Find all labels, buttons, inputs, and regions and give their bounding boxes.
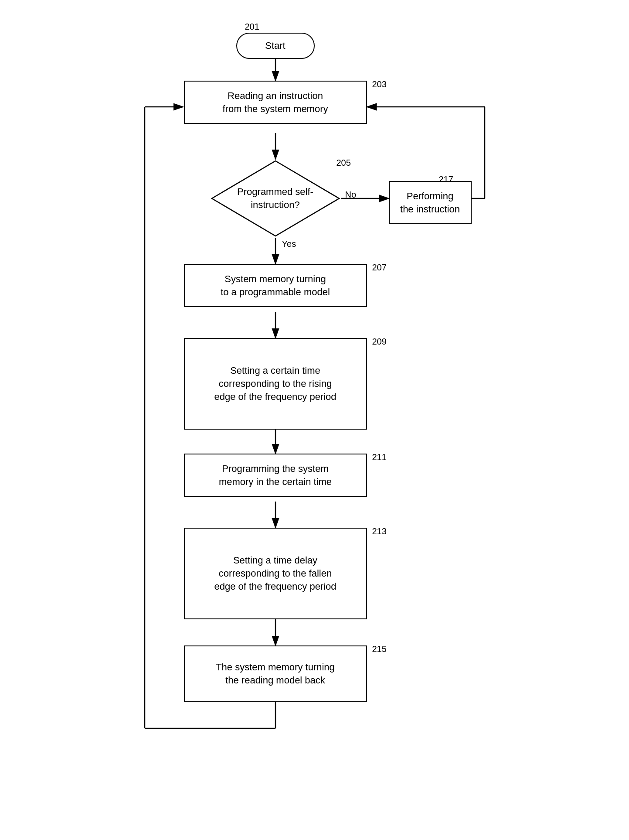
node-217: Performingthe instruction: [389, 181, 472, 224]
node-213: Setting a time delaycorresponding to the…: [184, 528, 367, 619]
node-209-label: Setting a certain timecorresponding to t…: [214, 364, 336, 403]
node-209: Setting a certain timecorresponding to t…: [184, 338, 367, 430]
no-label: No: [345, 190, 357, 200]
ref-211: 211: [372, 452, 387, 462]
ref-203: 203: [372, 79, 387, 89]
node-211-label: Programming the systemmemory in the cert…: [219, 462, 332, 488]
ref-213: 213: [372, 526, 387, 536]
flowchart-container: 201 Start 203 Reading an instructionfrom…: [119, 13, 511, 824]
ref-207: 207: [372, 263, 387, 273]
node-217-label: Performingthe instruction: [400, 190, 460, 215]
node-215: The system memory turningthe reading mod…: [184, 645, 367, 702]
node-205-text: Programmed self-instruction?: [210, 185, 341, 211]
node-203-label: Reading an instructionfrom the system me…: [222, 89, 328, 115]
start-node: Start: [236, 33, 315, 59]
ref-215: 215: [372, 644, 387, 654]
ref-201: 201: [245, 22, 259, 32]
node-207-label: System memory turningto a programmable m…: [221, 273, 330, 298]
node-205-diamond: Programmed self-instruction?: [210, 159, 341, 238]
start-label: Start: [265, 39, 285, 52]
node-205-wrapper: Programmed self-instruction?: [210, 159, 341, 238]
node-213-label: Setting a time delaycorresponding to the…: [214, 554, 336, 593]
ref-209: 209: [372, 337, 387, 347]
node-215-label: The system memory turningthe reading mod…: [216, 661, 335, 686]
yes-label: Yes: [282, 239, 296, 249]
node-211: Programming the systemmemory in the cert…: [184, 454, 367, 497]
node-203: Reading an instructionfrom the system me…: [184, 81, 367, 124]
node-207: System memory turningto a programmable m…: [184, 264, 367, 307]
